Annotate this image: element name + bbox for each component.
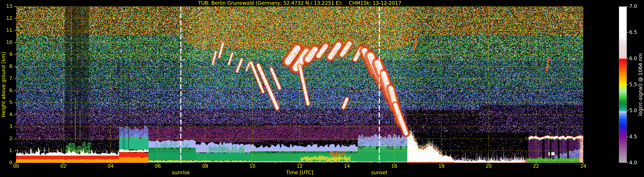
x-tick-mark bbox=[110, 163, 111, 164]
x-minor-tick-mark bbox=[181, 163, 182, 164]
y-tick-mark bbox=[14, 90, 16, 91]
y-tick-label: 1. bbox=[0, 148, 14, 153]
page-title: TUB: Berlin Grunewald (Germany; 52.4732 … bbox=[16, 0, 583, 6]
colorbar-tick-label: 6.5 bbox=[629, 30, 643, 35]
colorbar-tick-mark bbox=[627, 84, 628, 85]
y-tick-mark bbox=[14, 18, 16, 19]
x-tick-mark bbox=[158, 163, 158, 164]
x-minor-tick-mark bbox=[465, 163, 465, 164]
x-tick-mark bbox=[489, 163, 489, 164]
y-tick-mark bbox=[14, 138, 16, 139]
y-axis-label: Height above ground [km] bbox=[1, 52, 6, 117]
colorbar-tick-mark bbox=[627, 32, 628, 33]
y-tick-label: 12. bbox=[0, 16, 14, 21]
colorbar-tick-label: 6.0 bbox=[629, 56, 643, 61]
y-tick-label: 7. bbox=[0, 76, 14, 81]
y-tick-label: 8. bbox=[0, 64, 14, 69]
colorbar-tick-mark bbox=[627, 58, 628, 59]
colorbar-tick-label: 4.0 bbox=[629, 160, 643, 165]
x-minor-tick-mark bbox=[323, 163, 324, 164]
colorbar bbox=[619, 7, 627, 163]
ceilometer-quicklook: TUB: Berlin Grunewald (Germany; 52.4732 … bbox=[0, 0, 644, 177]
y-tick-mark bbox=[14, 42, 16, 43]
x-axis-label: Time [UTC] bbox=[278, 170, 321, 175]
x-tick-mark bbox=[394, 163, 394, 164]
y-tick-label: 13. bbox=[0, 4, 14, 9]
y-tick-label: 9. bbox=[0, 52, 14, 57]
y-tick-mark bbox=[14, 54, 16, 55]
heatmap-canvas bbox=[16, 7, 583, 163]
y-tick-mark bbox=[14, 150, 16, 151]
sunrise-annotation: sunrise bbox=[168, 170, 194, 175]
colorbar-tick-label: 4.5 bbox=[629, 134, 643, 139]
x-tick-mark bbox=[252, 163, 252, 164]
x-minor-tick-mark bbox=[40, 163, 40, 164]
y-tick-label: 2. bbox=[0, 136, 14, 141]
x-minor-tick-mark bbox=[512, 163, 512, 164]
y-tick-label: 10. bbox=[0, 40, 14, 45]
x-tick-mark bbox=[63, 163, 64, 164]
x-minor-tick-mark bbox=[134, 163, 134, 164]
colorbar-tick-label: 5.0 bbox=[629, 108, 643, 113]
colorbar-tick-mark bbox=[627, 137, 628, 137]
y-tick-mark bbox=[14, 66, 16, 67]
y-tick-mark bbox=[14, 30, 16, 31]
x-tick-mark bbox=[347, 163, 347, 164]
x-tick-mark bbox=[205, 163, 205, 164]
x-minor-tick-mark bbox=[418, 163, 418, 164]
colorbar-tick-mark bbox=[627, 163, 628, 163]
y-tick-label: 11. bbox=[0, 28, 14, 33]
x-tick-mark bbox=[536, 163, 536, 164]
x-tick-mark bbox=[16, 163, 16, 164]
y-tick-mark bbox=[14, 102, 16, 103]
y-tick-label: 3. bbox=[0, 124, 14, 129]
x-minor-tick-mark bbox=[560, 163, 560, 164]
x-tick-mark bbox=[300, 163, 300, 164]
y-tick-mark bbox=[14, 114, 16, 115]
y-tick-mark bbox=[14, 6, 16, 7]
y-tick-mark bbox=[14, 126, 16, 127]
y-tick-mark bbox=[14, 78, 16, 79]
colorbar-tick-mark bbox=[627, 6, 628, 7]
x-minor-tick-mark bbox=[276, 163, 276, 164]
y-tick-label: 5. bbox=[0, 100, 14, 105]
sunset-annotation: sunset bbox=[366, 170, 392, 175]
colorbar-tick-mark bbox=[627, 110, 628, 111]
x-tick-mark bbox=[441, 163, 442, 164]
x-tick-mark bbox=[583, 163, 584, 164]
x-minor-tick-mark bbox=[229, 163, 229, 164]
colorbar-tick-label: 5.5 bbox=[629, 82, 643, 87]
colorbar-tick-label: 7.0 bbox=[629, 4, 643, 9]
y-tick-label: 4. bbox=[0, 112, 14, 117]
x-minor-tick-mark bbox=[87, 163, 87, 164]
y-tick-label: 6. bbox=[0, 88, 14, 93]
